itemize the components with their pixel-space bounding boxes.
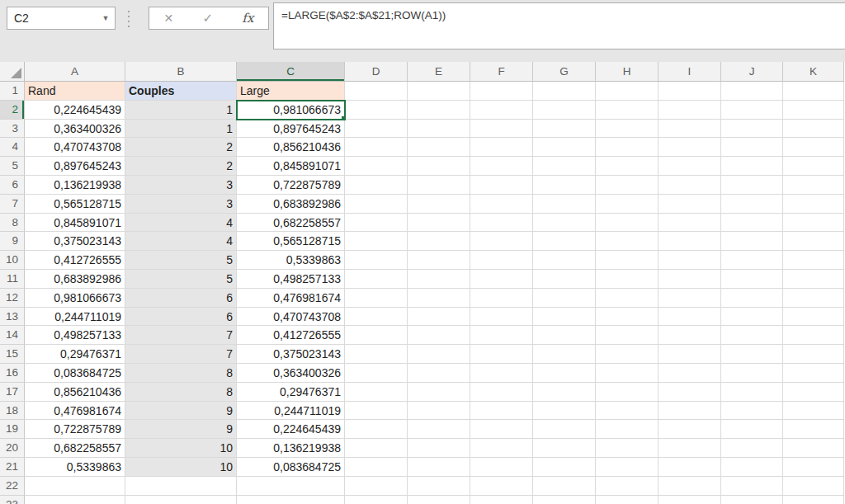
cell-J12[interactable] [721,289,783,308]
cell-F16[interactable] [470,364,533,383]
cell-C21[interactable]: 0,083684725 [237,458,345,477]
cell-J18[interactable] [721,402,783,421]
cell-J15[interactable] [721,345,783,364]
cell-C3[interactable]: 0,897645243 [237,120,345,139]
cell-F20[interactable] [470,439,533,458]
cell-C23[interactable] [237,496,345,504]
cell-F15[interactable] [470,345,533,364]
row-header-3[interactable]: 3 [0,120,25,139]
cell-B4[interactable]: 2 [125,138,237,157]
cell-K10[interactable] [783,251,844,270]
cell-E9[interactable] [408,232,470,251]
cell-A18[interactable]: 0,476981674 [25,402,125,421]
column-header-F[interactable]: F [470,62,533,82]
cell-E14[interactable] [408,326,470,345]
cell-G23[interactable] [533,496,596,504]
row-header-8[interactable]: 8 [0,214,25,233]
cell-D13[interactable] [345,308,408,327]
cell-J22[interactable] [721,477,783,496]
cell-J2[interactable] [721,101,783,120]
cell-A15[interactable]: 0,29476371 [25,345,125,364]
row-header-11[interactable]: 11 [0,270,25,289]
cell-E10[interactable] [408,251,470,270]
row-header-18[interactable]: 18 [0,402,25,421]
cell-G15[interactable] [533,345,596,364]
cell-B15[interactable]: 7 [125,345,237,364]
cell-C1[interactable]: Large [237,82,345,101]
row-header-15[interactable]: 15 [0,345,25,364]
cell-A6[interactable]: 0,136219938 [25,176,125,195]
cell-I11[interactable] [659,270,721,289]
cell-G2[interactable] [533,101,596,120]
cell-J13[interactable] [721,308,783,327]
cell-A12[interactable]: 0,981066673 [25,289,125,308]
cell-K9[interactable] [783,232,844,251]
cell-H22[interactable] [596,477,659,496]
cell-K3[interactable] [783,120,844,139]
cell-C5[interactable]: 0,845891071 [237,157,345,176]
cell-I1[interactable] [659,82,721,101]
cell-G20[interactable] [533,439,596,458]
cell-D3[interactable] [345,120,408,139]
cell-H8[interactable] [596,214,659,233]
cell-F12[interactable] [470,289,533,308]
cell-E21[interactable] [408,458,470,477]
cell-D17[interactable] [345,383,408,402]
cell-J9[interactable] [721,232,783,251]
name-box[interactable]: C2 ▼ [7,7,116,30]
cell-F13[interactable] [470,308,533,327]
cell-A2[interactable]: 0,224645439 [25,101,125,120]
row-header-20[interactable]: 20 [0,439,25,458]
cell-B8[interactable]: 4 [125,214,237,233]
cell-I14[interactable] [659,326,721,345]
cell-K4[interactable] [783,138,844,157]
cell-K7[interactable] [783,195,844,214]
cell-I5[interactable] [659,157,721,176]
cell-C17[interactable]: 0,29476371 [237,383,345,402]
cell-C8[interactable]: 0,682258557 [237,214,345,233]
cell-D10[interactable] [345,251,408,270]
cell-H7[interactable] [596,195,659,214]
cell-H19[interactable] [596,420,659,439]
cell-J21[interactable] [721,458,783,477]
row-header-1[interactable]: 1 [0,82,25,101]
cell-J16[interactable] [721,364,783,383]
cell-C2[interactable]: 0,981066673 [237,101,345,120]
cell-H9[interactable] [596,232,659,251]
cell-B6[interactable]: 3 [125,176,237,195]
cell-F9[interactable] [470,232,533,251]
row-header-12[interactable]: 12 [0,289,25,308]
name-box-value[interactable]: C2 [7,12,97,25]
formula-bar-input[interactable]: =LARGE($A$2:$A$21;ROW(A1)) [273,2,845,49]
cell-G19[interactable] [533,420,596,439]
cell-A10[interactable]: 0,412726555 [25,251,125,270]
cell-F5[interactable] [470,157,533,176]
cell-B2[interactable]: 1 [125,101,237,120]
cell-G18[interactable] [533,402,596,421]
cell-C11[interactable]: 0,498257133 [237,270,345,289]
cell-B21[interactable]: 10 [125,458,237,477]
cell-D18[interactable] [345,402,408,421]
cell-G8[interactable] [533,214,596,233]
cell-D14[interactable] [345,326,408,345]
column-header-J[interactable]: J [721,62,783,82]
cell-A11[interactable]: 0,683892986 [25,270,125,289]
cell-G5[interactable] [533,157,596,176]
formula-bar-drag-handle[interactable] [125,11,132,27]
cell-E2[interactable] [408,101,470,120]
cell-J14[interactable] [721,326,783,345]
cell-D8[interactable] [345,214,408,233]
row-header-19[interactable]: 19 [0,420,25,439]
cell-D4[interactable] [345,138,408,157]
cell-D9[interactable] [345,232,408,251]
cell-A13[interactable]: 0,244711019 [25,308,125,327]
cell-K15[interactable] [783,345,844,364]
cell-E18[interactable] [408,402,470,421]
column-header-D[interactable]: D [345,62,408,82]
cell-E4[interactable] [408,138,470,157]
cell-B20[interactable]: 10 [125,439,237,458]
cell-D19[interactable] [345,420,408,439]
cell-H4[interactable] [596,138,659,157]
cell-K2[interactable] [783,101,844,120]
cell-I16[interactable] [659,364,721,383]
